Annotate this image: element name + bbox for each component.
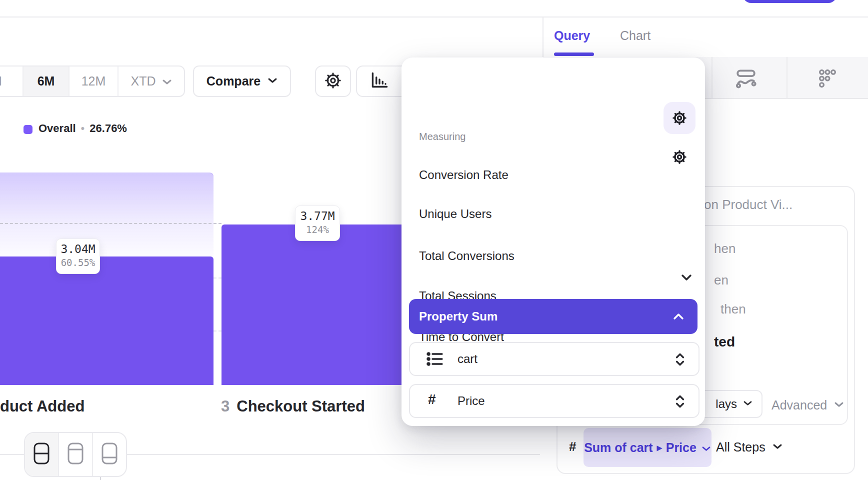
compare-label: Compare	[206, 74, 260, 88]
time-range-xtd[interactable]: XTD	[118, 66, 184, 96]
bar-step2[interactable]	[0, 256, 214, 385]
dots-grid-icon	[816, 83, 839, 92]
layout-top-panel-option[interactable]	[58, 433, 92, 476]
step-name-fragment: ted	[714, 334, 735, 350]
tab-chart[interactable]: Chart	[620, 28, 650, 43]
step-row-fragment: hen	[714, 241, 736, 256]
tooltip-percent: 124%	[296, 224, 340, 235]
top-divider	[0, 16, 868, 18]
chevron-up-icon	[672, 312, 684, 322]
property-select-cart[interactable]: cart	[409, 342, 700, 376]
chevron-down-icon	[268, 77, 278, 86]
chevron-down-icon	[743, 400, 752, 408]
numeric-property-value: Price	[458, 394, 485, 408]
bar-step2-dropoff-region	[0, 172, 214, 258]
legend-series-label: Overall	[38, 122, 76, 135]
panel-divider	[542, 18, 544, 57]
layout-toggle-group	[24, 432, 127, 477]
active-tab-underline	[554, 52, 594, 56]
days-window-label-fragment: lays	[716, 397, 737, 411]
funnel-bars-icon	[368, 69, 391, 94]
caret-right-icon: ▸	[657, 442, 662, 454]
list-property-icon	[426, 350, 445, 370]
gridline-fragment	[214, 330, 222, 332]
time-range-6m[interactable]: 6M	[22, 66, 68, 96]
chevron-down-icon	[834, 401, 844, 410]
chart-settings-button[interactable]	[315, 66, 351, 97]
all-steps-selector[interactable]: All Steps	[716, 440, 782, 454]
step2-label-fragment: duct Added	[0, 398, 84, 416]
metric-chip[interactable]: Sum of cart ▸ Price	[584, 428, 712, 467]
time-range-m[interactable]: M	[0, 66, 22, 96]
flow-view-button[interactable]	[734, 66, 758, 92]
tooltip-value: 3.77M	[296, 210, 340, 222]
unfold-stepper-icon	[674, 352, 686, 370]
layout-split-option[interactable]	[25, 433, 58, 476]
time-range-control: M 6M 12M XTD	[0, 66, 185, 97]
legend-value: 26.76%	[90, 122, 127, 135]
advanced-label: Advanced	[772, 398, 827, 412]
analytics-funnel-page: Query Chart M 6M 12M XTD	[0, 0, 868, 480]
bar-step2-tooltip: 3.04M 60.55%	[56, 238, 100, 274]
dropdown-title: Measuring	[419, 131, 466, 142]
bottom-panel-icon	[101, 442, 118, 467]
bar-step3[interactable]	[222, 224, 405, 385]
tooltip-percent: 60.55%	[56, 257, 100, 268]
gear-icon	[670, 159, 688, 168]
breakdown-view-button[interactable]	[816, 67, 839, 92]
metric-chip-property: Price	[666, 440, 696, 455]
reference-dashed-line	[0, 223, 222, 224]
tooltip-value: 3.04M	[56, 242, 100, 256]
menu-item-property-sum-selected[interactable]: Property Sum	[409, 299, 698, 334]
gear-icon	[670, 109, 688, 129]
legend: Overall • 26.76%	[38, 122, 127, 135]
split-rows-icon	[33, 442, 50, 467]
hash-icon: #	[428, 392, 436, 408]
property-sum-label: Property Sum	[419, 310, 498, 324]
bar-step3-tooltip: 3.77M 124%	[295, 206, 340, 241]
compare-button[interactable]: Compare	[193, 66, 291, 97]
legend-swatch	[24, 125, 32, 134]
time-to-convert-chevron-icon[interactable]	[680, 274, 692, 284]
step-row-fragment: en	[714, 272, 728, 288]
unique-users-settings-button[interactable]	[670, 148, 688, 168]
step3-name: Checkout Started	[236, 398, 365, 415]
top-panel-icon	[67, 442, 84, 467]
all-steps-label: All Steps	[716, 440, 766, 454]
layout-bottom-panel-option[interactable]	[92, 433, 126, 476]
step-row-fragment: then	[720, 302, 746, 317]
numeric-type-icon: #	[569, 439, 576, 454]
conversion-rate-settings-button[interactable]	[664, 102, 696, 134]
legend-separator: •	[81, 122, 85, 135]
menu-item-unique-users[interactable]: Unique Users	[419, 207, 492, 221]
toolbar-cell-divider	[712, 57, 712, 98]
days-window-button[interactable]: lays	[696, 390, 762, 418]
gridline-fragment	[214, 278, 222, 278]
unfold-stepper-icon	[674, 394, 686, 412]
time-range-xtd-label: XTD	[131, 74, 156, 88]
chevron-down-icon	[162, 74, 172, 88]
metric-chip-text: Sum of cart	[584, 440, 653, 455]
menu-item-conversion-rate[interactable]: Conversion Rate	[419, 168, 508, 182]
advanced-button[interactable]: Advanced	[772, 398, 844, 412]
step3-label: 3Checkout Started	[221, 398, 365, 416]
tab-query[interactable]: Query	[554, 28, 590, 43]
chevron-down-icon	[702, 440, 711, 455]
gear-icon	[322, 70, 344, 93]
numeric-property-select-price[interactable]: # Price	[409, 384, 700, 418]
flow-squiggle-icon	[734, 84, 758, 92]
toolbar-cell-divider	[786, 57, 788, 98]
menu-item-total-conversions[interactable]: Total Conversions	[419, 249, 514, 263]
step3-number: 3	[221, 398, 230, 415]
property-select-value: cart	[458, 352, 478, 366]
chevron-down-icon	[772, 443, 782, 452]
measuring-dropdown: Measuring Conversion Rate Unique Users T…	[402, 58, 705, 426]
time-range-12m[interactable]: 12M	[68, 66, 118, 96]
card-title-fragment: on Product Vi...	[704, 197, 792, 212]
primary-action-button[interactable]	[743, 0, 836, 3]
